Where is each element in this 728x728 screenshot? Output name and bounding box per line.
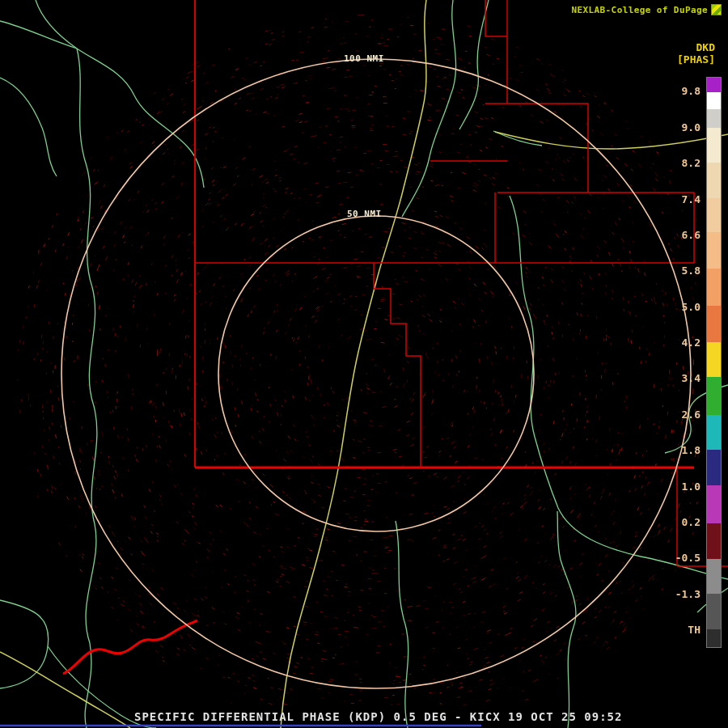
colorbar-label: -0.5 [652, 552, 700, 564]
river-line [77, 49, 204, 188]
highway-lines [0, 0, 728, 728]
colorbar-label: 9.0 [652, 122, 700, 133]
colorbar-gradient [706, 77, 722, 648]
colorbar-label: 6.6 [652, 230, 700, 241]
colorbar-label: 9.8 [652, 86, 700, 97]
colorbar-label: 2.6 [652, 409, 700, 421]
river-line [459, 0, 489, 129]
colorbar-label: 3.4 [652, 373, 700, 384]
colorbar-label: 1.8 [652, 445, 700, 456]
county-line [374, 263, 421, 468]
highway-line [281, 0, 426, 728]
colorbar-label: 5.0 [652, 302, 700, 313]
status-bar: SPECIFIC DIFFERENTIAL PHASE (KDP) 0.5 DE… [134, 710, 622, 723]
state-boundary-line [63, 620, 197, 674]
river-line [0, 78, 57, 176]
river-lines [0, 0, 728, 728]
range-ring-label-50nmi: 50 NMI [347, 209, 382, 219]
range-ring-label-100nmi: 100 NMI [344, 53, 384, 64]
cod-logo-icon [711, 4, 722, 15]
colorbar-label: 4.2 [652, 337, 700, 349]
river-line [402, 0, 456, 217]
county-boundary-lines [63, 0, 728, 674]
colorbar-label: TH [652, 624, 700, 636]
colorbar-label: 8.2 [652, 158, 700, 169]
colorbar-label: 0.2 [652, 517, 700, 528]
river-line [77, 49, 97, 728]
river-line [396, 521, 408, 728]
range-ring-100nmi [61, 59, 691, 688]
river-line [0, 21, 77, 49]
colorbar-label: 5.8 [652, 265, 700, 277]
radar-viewer: 100 NMI 50 NMI NEXLAB-College of DuPage … [0, 0, 728, 728]
map-overlay [0, 0, 728, 728]
county-line [485, 0, 507, 36]
colorbar-labels: 9.89.08.27.46.65.85.04.23.42.61.81.00.2-… [652, 0, 700, 728]
colorbar-label: -1.3 [652, 589, 700, 600]
colorbar-label: 1.0 [652, 481, 700, 493]
range-rings [61, 59, 691, 688]
highway-line [0, 652, 130, 728]
colorbar-label: 7.4 [652, 194, 700, 205]
